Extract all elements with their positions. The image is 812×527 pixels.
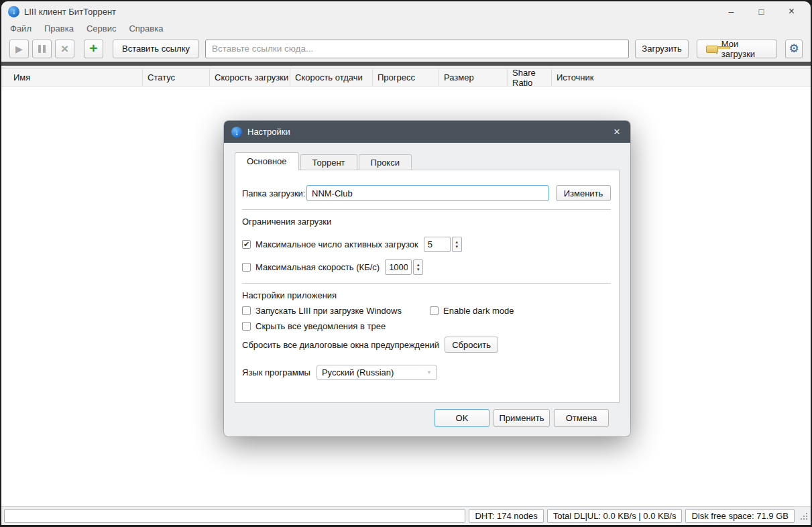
dark-mode-option: ✔ Enable dark mode xyxy=(430,306,514,316)
spin-up-icon[interactable]: ▲ xyxy=(416,263,420,268)
max-speed-spinbox: ▲ ▼ xyxy=(385,259,423,275)
language-label: Язык программы xyxy=(242,367,310,377)
toolbar: ▶ × + Вставить ссылку Загрузить ↓ Мои за… xyxy=(1,36,811,62)
download-arrow-icon: ↓ xyxy=(235,128,239,136)
startup-label: Запускать LIII при загрузке Windows xyxy=(255,306,402,316)
download-folder-input[interactable] xyxy=(306,185,549,201)
minimize-button[interactable]: – xyxy=(716,1,746,21)
column-source[interactable]: Источник xyxy=(552,69,811,86)
add-torrent-button[interactable]: + xyxy=(84,40,103,58)
dialog-app-icon: ↓ xyxy=(231,127,242,137)
hide-tray-row: ✔ Скрыть все уведомления в трее xyxy=(242,321,611,331)
dialog-body: Основное Торрент Прокси Папка загрузки: … xyxy=(224,143,630,427)
app-window: ↓ LIII клиент БитТоррент – □ × Файл Прав… xyxy=(1,1,811,525)
titlebar: ↓ LIII клиент БитТоррент – □ × xyxy=(1,1,811,21)
maximize-icon: □ xyxy=(759,7,764,17)
column-name[interactable]: Имя xyxy=(1,69,143,86)
menu-help[interactable]: Справка xyxy=(129,23,163,34)
max-active-label: Максимальное число активных загрузок xyxy=(255,239,418,249)
spin-down-icon[interactable]: ▼ xyxy=(455,245,459,249)
dark-mode-checkbox[interactable]: ✔ xyxy=(430,306,439,315)
max-speed-spin-buttons[interactable]: ▲ ▼ xyxy=(413,259,423,275)
dialog-footer: OK Применить Отмена xyxy=(235,403,620,427)
downloads-folder-icon: ↓ xyxy=(706,44,717,53)
menu-edit[interactable]: Правка xyxy=(44,23,74,34)
menu-file[interactable]: Файл xyxy=(10,23,32,34)
settings-dialog: ↓ Настройки × Основное Торрент Прокси Па… xyxy=(224,121,630,436)
disk-space-status: Disk free space: 71.9 GB xyxy=(685,509,795,523)
column-share-ratio[interactable]: Share Ratio xyxy=(508,69,552,86)
max-speed-input[interactable] xyxy=(385,259,412,275)
minimize-icon: – xyxy=(729,6,734,17)
link-input[interactable] xyxy=(205,40,629,58)
separator xyxy=(242,283,611,284)
app-settings-row: ✔ Запускать LIII при загрузке Windows ✔ … xyxy=(242,306,611,316)
column-download-speed[interactable]: Скорость загрузки xyxy=(210,69,290,86)
change-folder-button[interactable]: Изменить xyxy=(556,185,611,201)
startup-option: ✔ Запускать LIII при загрузке Windows xyxy=(242,306,430,316)
app-icon: ↓ xyxy=(8,6,19,17)
window-title: LIII клиент БитТоррент xyxy=(24,7,116,17)
hide-tray-label: Скрыть все уведомления в трее xyxy=(255,321,386,331)
dark-mode-label: Enable dark mode xyxy=(443,306,514,316)
check-icon: ✔ xyxy=(243,241,249,248)
limits-header: Ограничения загрузки xyxy=(242,217,611,227)
chevron-down-icon: ▼ xyxy=(426,369,432,375)
menubar: Файл Правка Сервис Справка xyxy=(1,21,811,36)
ok-button[interactable]: OK xyxy=(434,409,489,427)
statusbar: DHT: 174 nodes Total DL|UL: 0.0 KB/s | 0… xyxy=(1,506,811,525)
my-downloads-button[interactable]: ↓ Мои загрузки xyxy=(697,40,777,58)
download-folder-label: Папка загрузки: xyxy=(242,188,306,198)
paste-link-button[interactable]: Вставить ссылку xyxy=(113,40,199,58)
max-active-spin-buttons[interactable]: ▲ ▼ xyxy=(452,237,462,252)
tab-torrent[interactable]: Торрент xyxy=(300,154,357,170)
cancel-button[interactable]: Отмена xyxy=(554,409,609,427)
max-active-spinbox: ▲ ▼ xyxy=(424,237,462,252)
column-upload-speed[interactable]: Скорость отдачи xyxy=(290,69,373,86)
close-button[interactable]: × xyxy=(776,1,807,21)
dht-status: DHT: 174 nodes xyxy=(469,509,543,523)
max-active-row: ✔ Максимальное число активных загрузок ▲… xyxy=(242,237,611,252)
tab-proxy[interactable]: Прокси xyxy=(359,154,412,170)
language-row: Язык программы Русский (Russian) ▼ xyxy=(242,365,611,380)
remove-button[interactable]: × xyxy=(55,40,74,58)
status-message-field xyxy=(4,509,465,523)
maximize-button[interactable]: □ xyxy=(746,1,776,21)
hide-tray-checkbox[interactable]: ✔ xyxy=(242,322,251,331)
total-speed-status: Total DL|UL: 0.0 KB/s | 0.0 KB/s xyxy=(547,509,683,523)
download-folder-row: Папка загрузки: Изменить xyxy=(242,185,611,201)
reset-warnings-button[interactable]: Сбросить xyxy=(445,337,498,353)
window-controls: – □ × xyxy=(716,1,811,21)
download-arrow-icon: ↓ xyxy=(12,7,16,16)
general-tab-panel: Папка загрузки: Изменить Ограничения заг… xyxy=(235,170,620,403)
settings-tabs: Основное Торрент Прокси xyxy=(235,152,620,170)
play-icon: ▶ xyxy=(15,44,23,54)
download-button[interactable]: Загрузить xyxy=(635,40,689,58)
max-active-checkbox[interactable]: ✔ xyxy=(242,240,251,249)
language-select[interactable]: Русский (Russian) ▼ xyxy=(316,365,437,380)
dialog-title: Настройки xyxy=(247,127,290,137)
start-button[interactable]: ▶ xyxy=(9,40,29,58)
tab-general[interactable]: Основное xyxy=(235,152,299,170)
max-active-input[interactable] xyxy=(424,237,451,252)
add-icon: + xyxy=(89,41,97,55)
torrent-table-header: Имя Статус Скорость загрузки Скорость от… xyxy=(1,68,811,86)
dialog-close-button[interactable]: × xyxy=(611,125,623,139)
separator xyxy=(242,209,611,210)
column-size[interactable]: Размер xyxy=(439,69,508,86)
max-speed-checkbox[interactable]: ✔ xyxy=(242,263,251,272)
pause-button[interactable] xyxy=(32,40,52,58)
dialog-titlebar: ↓ Настройки × xyxy=(224,121,630,143)
app-settings-header: Настройки приложения xyxy=(242,290,611,300)
gear-icon: ⚙ xyxy=(789,43,799,54)
column-progress[interactable]: Прогресс xyxy=(373,69,439,86)
column-status[interactable]: Статус xyxy=(143,69,210,86)
spin-up-icon[interactable]: ▲ xyxy=(455,240,459,245)
startup-checkbox[interactable]: ✔ xyxy=(242,306,251,315)
menu-service[interactable]: Сервис xyxy=(86,23,117,34)
settings-button[interactable]: ⚙ xyxy=(785,40,803,58)
apply-button[interactable]: Применить xyxy=(494,409,550,427)
resize-grip[interactable] xyxy=(799,512,808,520)
close-icon: × xyxy=(614,125,620,138)
spin-down-icon[interactable]: ▼ xyxy=(416,268,420,272)
